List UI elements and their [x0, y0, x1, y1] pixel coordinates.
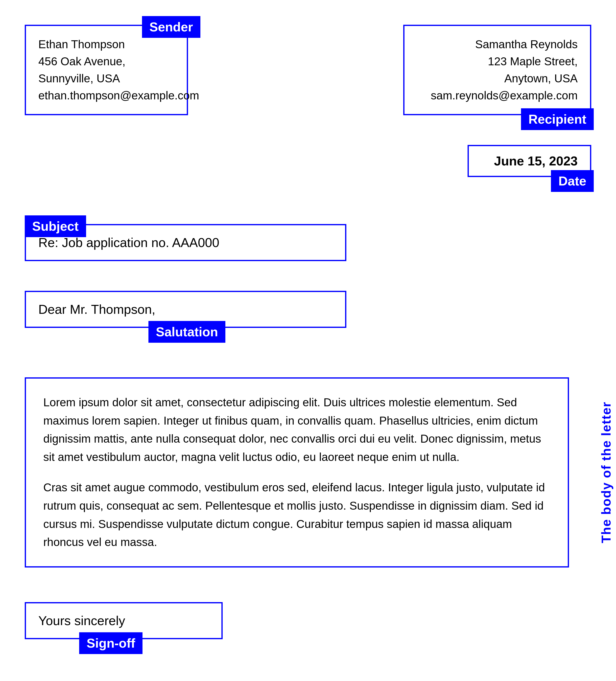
- recipient-block: Samantha Reynolds 123 Maple Street, Anyt…: [403, 25, 591, 115]
- recipient-address2: Anytown, USA: [417, 70, 578, 87]
- sender-address2: Sunnyville, USA: [38, 70, 174, 87]
- salutation-block: Dear Mr. Thompson, Salutation: [25, 291, 346, 328]
- recipient-box: Samantha Reynolds 123 Maple Street, Anyt…: [403, 25, 591, 115]
- body-side-label-wrap: The body of the letter: [599, 377, 614, 568]
- signoff-block: Yours sincerely Sign-off: [25, 602, 247, 639]
- date-value: June 15, 2023: [494, 154, 578, 168]
- signoff-label: Sign-off: [79, 632, 143, 654]
- sender-label: Sender: [142, 16, 200, 38]
- salutation-label: Salutation: [148, 321, 225, 343]
- recipient-address1: 123 Maple Street,: [417, 53, 578, 70]
- sender-address1: 456 Oak Avenue,: [38, 53, 174, 70]
- sender-name: Ethan Thompson: [38, 36, 174, 53]
- body-paragraph1: Lorem ipsum dolor sit amet, consectetur …: [43, 394, 550, 466]
- body-box: Lorem ipsum dolor sit amet, consectetur …: [25, 377, 569, 568]
- salutation-value: Dear Mr. Thompson,: [38, 302, 155, 317]
- body-paragraph2: Cras sit amet augue commodo, vestibulum …: [43, 478, 550, 551]
- body-section: Lorem ipsum dolor sit amet, consectetur …: [25, 377, 591, 568]
- body-side-label: The body of the letter: [599, 402, 614, 543]
- recipient-label: Recipient: [521, 108, 594, 130]
- date-block: June 15, 2023 Date: [468, 145, 591, 177]
- subject-label: Subject: [25, 216, 86, 237]
- subject-block: Subject Re: Job application no. AAA000: [25, 224, 346, 261]
- date-label: Date: [551, 170, 594, 192]
- signoff-value: Yours sincerely: [38, 613, 125, 628]
- recipient-email: sam.reynolds@example.com: [417, 87, 578, 104]
- top-row: Ethan Thompson 456 Oak Avenue, Sunnyvill…: [25, 25, 591, 115]
- sender-block: Ethan Thompson 456 Oak Avenue, Sunnyvill…: [25, 25, 198, 115]
- date-row: June 15, 2023 Date: [25, 145, 591, 177]
- recipient-name: Samantha Reynolds: [417, 36, 578, 53]
- subject-value: Re: Job application no. AAA000: [38, 235, 219, 250]
- sender-box: Ethan Thompson 456 Oak Avenue, Sunnyvill…: [25, 25, 188, 115]
- sender-email: ethan.thompson@example.com: [38, 87, 174, 104]
